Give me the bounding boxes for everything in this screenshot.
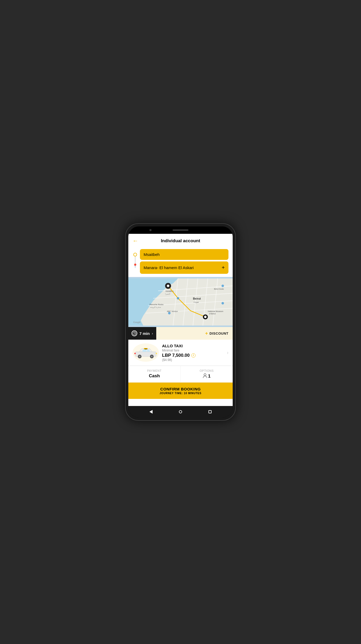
home-nav-button[interactable] <box>179 410 182 413</box>
time-chevron-icon: › <box>152 331 153 335</box>
svg-point-23 <box>167 285 169 287</box>
discount-section[interactable]: + DISCOUNT <box>156 327 233 340</box>
time-value: 7 min <box>139 331 150 336</box>
map-container[interactable]: HAMRA الحمرا Beirut بيروت Raouche Rocks … <box>128 277 233 327</box>
confirm-button[interactable]: CONFIRM BOOKING JOURNEY TIME: 10 MINUTES <box>128 383 233 399</box>
svg-text:Raouche Rocks: Raouche Rocks <box>149 303 163 306</box>
camera-dot <box>149 229 152 231</box>
options-cell[interactable]: OPTIONS 1 <box>181 366 233 382</box>
screen: ← Individual account 📍 Msaitbeh Manara- … <box>128 234 233 406</box>
options-count: 1 <box>208 374 211 379</box>
origin-dot-icon <box>133 253 137 256</box>
svg-point-25 <box>204 316 207 318</box>
payment-value: Cash <box>149 373 160 379</box>
page-title: Individual account <box>161 238 200 244</box>
svg-point-40 <box>151 356 153 357</box>
app-header: ← Individual account <box>128 234 233 247</box>
svg-text:Google: Google <box>133 321 141 324</box>
info-icon[interactable]: i <box>191 353 196 358</box>
taxi-price-usd: ($4.98) <box>162 358 224 362</box>
taxi-price: LBP 7,500.00 <box>162 353 190 358</box>
back-nav-icon <box>149 410 153 414</box>
home-nav-icon <box>179 410 182 413</box>
svg-point-29 <box>222 302 224 304</box>
confirm-sub-label: JOURNEY TIME: 10 MINUTES <box>133 392 228 395</box>
svg-text:of Beirut: of Beirut <box>209 313 216 315</box>
svg-point-28 <box>222 285 224 287</box>
options-value-row: 1 <box>203 373 211 379</box>
origin-text: Msaitbeh <box>144 252 160 257</box>
svg-text:Beirut Souks: Beirut Souks <box>214 288 224 290</box>
svg-point-26 <box>177 297 179 299</box>
svg-text:National Museum: National Museum <box>208 310 223 313</box>
svg-rect-43 <box>156 353 157 354</box>
svg-text:ABC Verdun: ABC Verdun <box>167 310 178 313</box>
phone-inner: ← Individual account 📍 Msaitbeh Manara- … <box>128 226 233 418</box>
svg-text:الحمرا: الحمرا <box>165 293 170 295</box>
svg-point-45 <box>204 374 206 376</box>
taxi-name: ALLO TAXI <box>162 344 224 348</box>
payment-cell[interactable]: PAYMENT Cash <box>128 366 181 382</box>
location-icons: 📍 <box>133 249 140 274</box>
discount-label: DISCOUNT <box>209 331 228 335</box>
taxi-info: ALLO TAXI Minimal fare LBP 7,500.00 i ($… <box>162 344 224 362</box>
destination-pin-icon: 📍 <box>133 264 138 268</box>
phone-frame: ← Individual account 📍 Msaitbeh Manara- … <box>125 223 236 421</box>
taxi-image: TAXI <box>133 343 159 362</box>
options-label: OPTIONS <box>200 369 214 372</box>
origin-input[interactable]: Msaitbeh <box>140 249 228 260</box>
car-icon: TAXI <box>134 346 158 359</box>
speaker <box>173 229 188 231</box>
input-fields: Msaitbeh Manara- El hamem El Askari + <box>140 249 228 274</box>
clock-icon <box>131 330 137 336</box>
destination-text: Manara- El hamem El Askari <box>144 265 194 270</box>
time-section[interactable]: 7 min › <box>128 327 156 340</box>
bottom-options: PAYMENT Cash OPTIONS 1 <box>128 366 233 383</box>
svg-text:صخرة الروشة: صخرة الروشة <box>150 306 161 308</box>
svg-point-27 <box>168 312 170 314</box>
back-nav-button[interactable] <box>149 410 153 414</box>
svg-text:بيروت: بيروت <box>193 301 199 303</box>
svg-text:TAXI: TAXI <box>145 348 147 350</box>
destination-input[interactable]: Manara- El hamem El Askari + <box>140 261 228 274</box>
confirm-main-label: CONFIRM BOOKING <box>133 387 228 391</box>
recent-nav-icon <box>208 410 212 413</box>
recent-nav-button[interactable] <box>208 410 212 413</box>
svg-rect-44 <box>134 353 136 354</box>
person-icon <box>203 373 207 379</box>
nav-bar <box>128 406 233 418</box>
svg-marker-35 <box>142 349 147 352</box>
taxi-price-row: LBP 7,500.00 i <box>162 353 224 358</box>
location-inputs: 📍 Msaitbeh Manara- El hamem El Askari + <box>128 247 233 277</box>
discount-plus-icon: + <box>205 331 208 336</box>
taxi-card[interactable]: TAXI ALLO TAXI Minimal fare LBP 7,500.00… <box>128 340 233 366</box>
svg-text:Beirut: Beirut <box>193 297 201 300</box>
route-line-icon <box>135 256 135 264</box>
svg-point-38 <box>139 356 140 357</box>
time-bar: 7 min › + DISCOUNT <box>128 327 233 340</box>
taxi-fare-label: Minimal fare <box>162 349 224 352</box>
back-button[interactable]: ← <box>133 237 138 244</box>
destination-plus-icon: + <box>222 265 225 271</box>
taxi-chevron-icon: › <box>227 350 228 355</box>
map-svg: HAMRA الحمرا Beirut بيروت Raouche Rocks … <box>128 277 233 327</box>
payment-label: PAYMENT <box>147 369 162 372</box>
status-bar <box>128 226 233 234</box>
